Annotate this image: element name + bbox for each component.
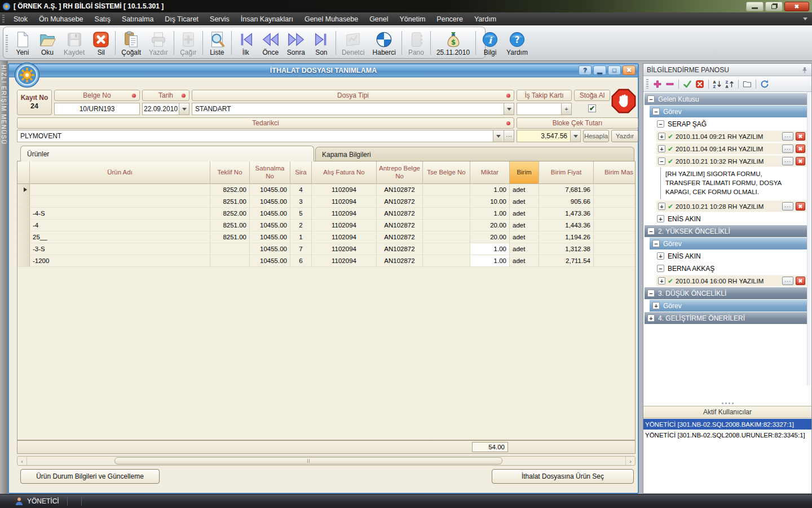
menu-item-pencere[interactable]: Pencere (431, 13, 469, 25)
table-row[interactable]: 8251.0010455.0031102094AN10287210.00adet… (17, 196, 635, 208)
collapse-icon[interactable]: − (657, 120, 664, 128)
message-delete-button[interactable]: ✖ (796, 157, 805, 165)
table-row[interactable]: -3-S10455.0071102094AN1028721.00adet1,31… (17, 243, 635, 255)
collapse-icon[interactable]: − (652, 240, 660, 247)
toolbar-button-son[interactable]: Son (309, 28, 334, 58)
bloke-cek-field[interactable]: 3,547.56 (517, 130, 581, 142)
active-user-row[interactable]: YÖNETİCİ [301.NB-02.SQL2008.BAKIM:82:332… (643, 419, 811, 430)
tree-subgroup-g-rev[interactable]: −Görev (650, 106, 807, 117)
column-header-antrepo-belge-no[interactable]: Antrepo Belge No (377, 161, 423, 184)
tree-group-gelen-kutusu[interactable]: −Gelen Kutusu (645, 93, 807, 105)
collapse-icon[interactable]: − (647, 227, 655, 235)
hesapla-button[interactable]: Hesapla (583, 130, 609, 142)
menu-item-i-nsan-kaynaklar[interactable]: İnsan Kaynakları (235, 13, 299, 25)
stoga-al-checkbox[interactable]: ✔ (588, 104, 596, 112)
message-delete-button[interactable]: ✖ (796, 277, 805, 285)
column-header-marker[interactable] (17, 161, 30, 184)
tree-person-eni-s-akin[interactable]: +ENİS AKIN (643, 213, 811, 225)
belge-no-field[interactable]: 10/URN193 (54, 103, 140, 115)
expand-icon[interactable]: + (657, 252, 664, 260)
tree-group-2-y-ksek-nceli-kli[interactable]: −2. YÜKSEK ÖNCELİKLİ (645, 225, 807, 237)
menu-item-servis[interactable]: Servis (204, 13, 235, 25)
close-button[interactable]: ✖ (784, 2, 809, 11)
column-header-al-fatura-no[interactable]: Alış Fatura No (312, 161, 377, 184)
bloke-cek-dropdown-button[interactable] (570, 130, 580, 142)
scroll-left-arrow-icon[interactable]: ‹ (17, 457, 27, 465)
message-item[interactable]: +✔2010.10.04 16:00 RH YAZILIM···✖ (656, 275, 807, 287)
menu-item-genel[interactable]: Genel (364, 13, 394, 25)
minimize-button[interactable] (746, 2, 764, 11)
menu-item-stok[interactable]: Stok (8, 13, 33, 25)
urun-durum-button[interactable]: Ürün Durum Bilgileri ve Güncelleme (20, 469, 160, 484)
tree-person-eni-s-akin[interactable]: +ENİS AKIN (643, 250, 811, 262)
tab-kapama-bilgileri[interactable]: Kapama Bilgileri (315, 147, 634, 161)
collapse-icon[interactable]: − (647, 290, 655, 297)
expand-icon[interactable]: + (658, 145, 665, 152)
pin-icon[interactable] (801, 67, 808, 73)
tedarikci-combo[interactable]: PLYMOVENT ··· (17, 130, 514, 142)
menu-item-sat[interactable]: Satış (89, 13, 117, 25)
toolbar-button-sil[interactable]: Sil (89, 28, 113, 58)
dialog-close-button[interactable]: ✖ (623, 65, 636, 75)
message-more-button[interactable]: ··· (782, 277, 793, 285)
toolbar-button-bilgi[interactable]: iBilgi (478, 28, 502, 58)
refresh-icon[interactable] (759, 78, 770, 90)
column-header-sat-nalma-no[interactable]: Satınalma No (250, 161, 290, 184)
is-takip-karti-add-button[interactable]: + (561, 103, 571, 115)
collapse-icon[interactable]: − (652, 108, 660, 115)
restore-button[interactable] (765, 2, 783, 11)
column-header-r-n-ad[interactable]: Ürün Adı (30, 161, 210, 184)
expand-icon[interactable]: + (658, 277, 665, 284)
message-more-button[interactable]: ··· (782, 157, 793, 165)
toolbar-button-sonra[interactable]: Sonra (283, 28, 309, 58)
tedarikci-lookup-button[interactable]: ··· (504, 130, 514, 142)
scrollbar-thumb[interactable] (114, 457, 502, 465)
menu-item-d-ticaret[interactable]: Dış Ticaret (159, 13, 204, 25)
message-delete-button[interactable]: ✖ (796, 132, 805, 141)
tab-urunler[interactable]: Ürünler (20, 146, 314, 161)
toolbar-button-o-alt[interactable]: Çoğalt (117, 28, 145, 58)
tree-person-serap-a[interactable]: −SERAP ŞAĞ (643, 118, 811, 130)
column-header-birim[interactable]: Birim (510, 161, 539, 184)
menubar-overflow-chevron-icon[interactable] (803, 17, 807, 20)
table-row[interactable]: -48251.0010455.0021102094AN10287220.00ad… (17, 220, 635, 231)
expand-icon[interactable]: + (652, 302, 660, 309)
quick-access-strip[interactable]: HIZLI ERİŞİM MENÜSÜ (0, 61, 8, 494)
message-item[interactable]: −✔2010.10.21 10:32 RH YAZILIM···✖ (656, 155, 807, 167)
table-row[interactable]: -4-S8252.0010455.0051102094AN1028721.00a… (17, 208, 635, 220)
toolbar-button-oku[interactable]: Oku (35, 28, 60, 58)
is-takip-karti-field[interactable]: + (517, 103, 572, 115)
column-header-teklif-no[interactable]: Teklif No (210, 161, 250, 184)
tree-group-4-geli-ti-rme-neri-leri[interactable]: +4. GELİŞTİRME ÖNERİLERİ (645, 312, 807, 324)
add-icon[interactable] (652, 78, 663, 90)
dialog-help-button[interactable]: ? (579, 65, 592, 75)
menu-item-yard-m[interactable]: Yardım (469, 13, 502, 25)
toolbar-button-yard-m[interactable]: ?Yardım (502, 28, 532, 58)
folder-icon[interactable] (742, 78, 753, 90)
column-header-tse-belge-no[interactable]: Tse Belge No (423, 161, 470, 184)
column-header-birim-fiyat[interactable]: Birim Fiyat (539, 161, 594, 184)
scroll-right-arrow-icon[interactable]: › (625, 457, 635, 465)
message-item[interactable]: +✔2010.10.21 10:28 RH YAZILIM···✖ (656, 200, 807, 212)
tree-subgroup-g-rev[interactable]: −Görev (650, 238, 807, 249)
column-header-sira[interactable]: Sira (290, 161, 312, 184)
message-more-button[interactable]: ··· (782, 202, 793, 211)
message-item[interactable]: +✔2010.11.04 09:14 RH YAZILIM···✖ (656, 143, 807, 155)
message-item[interactable]: +✔2010.11.04 09:21 RH YAZILIM···✖ (656, 130, 807, 142)
collapse-icon[interactable]: − (658, 157, 665, 165)
remove-icon[interactable] (664, 78, 676, 90)
tarih-dropdown-button[interactable] (179, 103, 189, 115)
expand-icon[interactable]: + (657, 215, 664, 222)
sort-asc-icon[interactable]: AZ (712, 78, 723, 90)
yazdir-button[interactable]: Yazdır (611, 130, 638, 142)
active-user-row[interactable]: YÖNETİCİ [301.NB-02.SQL2008.URUNLER:82:3… (643, 430, 811, 440)
toolbar-button-i-lk[interactable]: İlk (233, 28, 258, 58)
horizontal-scrollbar[interactable]: ‹ › (17, 456, 636, 466)
column-header-birim-mas[interactable]: Birim Mas (594, 161, 636, 184)
message-delete-button[interactable]: ✖ (796, 144, 805, 153)
table-row[interactable]: 25__8251.0010455.0011102094AN10287220.00… (17, 231, 635, 243)
dialog-maximize-button[interactable]: □ (608, 65, 621, 75)
menu-item-n-muhasebe[interactable]: Ön Muhasebe (33, 13, 89, 25)
collapse-icon[interactable]: − (647, 95, 655, 103)
approve-icon[interactable] (682, 78, 693, 90)
